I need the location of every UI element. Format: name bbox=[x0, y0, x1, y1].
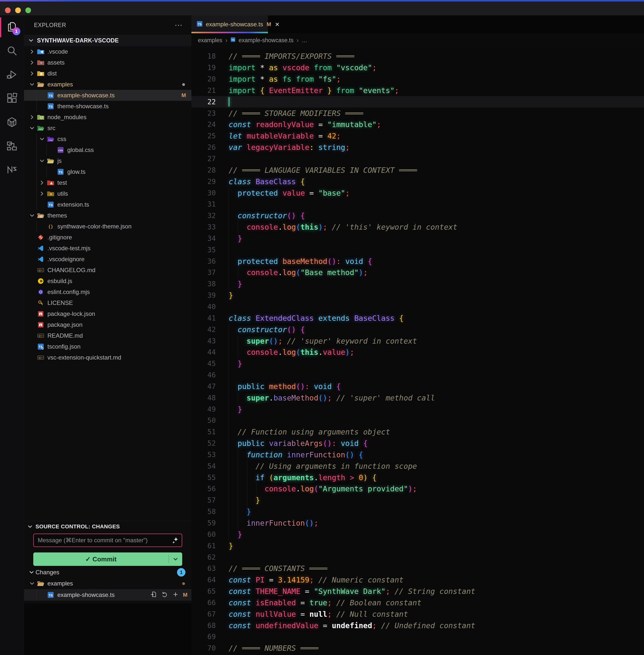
code-line-20[interactable]: 20import * as fs from "fs"; bbox=[191, 73, 644, 85]
line-number[interactable]: 45 bbox=[191, 360, 224, 368]
commit-button[interactable]: ✓ Commit bbox=[33, 552, 182, 566]
code-line-55[interactable]: 55 if (arguments.length > 0) { bbox=[191, 472, 644, 483]
project-root-row[interactable]: SYNTHWAVE-DARK-VSCODE bbox=[24, 35, 191, 46]
line-number[interactable]: 62 bbox=[191, 553, 224, 561]
code-line-37[interactable]: 37 console.log("Base method"); bbox=[191, 267, 644, 278]
tab-example-showcase[interactable]: TS example-showcase.ts M × bbox=[191, 16, 268, 33]
line-number[interactable]: 19 bbox=[191, 64, 224, 72]
tree-item-vsc-extension-quickstart-md[interactable]: Mvsc-extension-quickstart.md bbox=[24, 352, 191, 363]
code-line-19[interactable]: 19import * as vscode from "vscode"; bbox=[191, 62, 644, 73]
code-line-31[interactable]: 31 bbox=[191, 199, 644, 210]
tree-item-examples[interactable]: examples bbox=[24, 79, 191, 90]
open-file-button[interactable] bbox=[150, 591, 157, 599]
tree-item-test[interactable]: test bbox=[24, 177, 191, 188]
tree-item-readme-md[interactable]: MREADME.md bbox=[24, 330, 191, 341]
tree-item-dist[interactable]: dist bbox=[24, 68, 191, 79]
line-number[interactable]: 25 bbox=[191, 132, 224, 140]
tree-item-package-lock-json[interactable]: package-lock.json bbox=[24, 308, 191, 319]
tree-item-themes[interactable]: themes bbox=[24, 210, 191, 221]
line-number[interactable]: 52 bbox=[191, 439, 224, 447]
code-line-61[interactable]: 61} bbox=[191, 540, 644, 551]
line-number[interactable]: 51 bbox=[191, 428, 224, 436]
line-number[interactable]: 63 bbox=[191, 564, 224, 572]
line-number[interactable]: 32 bbox=[191, 211, 224, 220]
line-number[interactable]: 18 bbox=[191, 52, 224, 60]
commit-dropdown-button[interactable] bbox=[169, 556, 182, 562]
code-line-35[interactable]: 35 bbox=[191, 244, 644, 255]
tree-item--gitignore[interactable]: .gitignore bbox=[24, 232, 191, 243]
line-number[interactable]: 55 bbox=[191, 474, 224, 482]
tree-item-assets[interactable]: assets bbox=[24, 57, 191, 68]
activity-item-containers[interactable] bbox=[0, 111, 24, 135]
changes-group-row[interactable]: Changes 1 bbox=[24, 567, 191, 578]
line-number[interactable]: 20 bbox=[191, 75, 224, 83]
code-line-50[interactable]: 50 bbox=[191, 415, 644, 426]
code-line-18[interactable]: 18// ════ IMPORTS/EXPORTS ════ bbox=[191, 51, 644, 62]
code-line-41[interactable]: 41class ExtendedClass extends BaseClass … bbox=[191, 312, 644, 324]
code-line-43[interactable]: 43 super(); // 'super' keyword in contex… bbox=[191, 335, 644, 347]
line-number[interactable]: 39 bbox=[191, 291, 224, 299]
tree-item-theme-showcase-ts[interactable]: TStheme-showcase.ts bbox=[24, 101, 191, 112]
code-line-60[interactable]: 60 } bbox=[191, 528, 644, 540]
line-number[interactable]: 64 bbox=[191, 576, 224, 584]
code-line-33[interactable]: 33 console.log(this); // 'this' keyword … bbox=[191, 222, 644, 233]
line-number[interactable]: 50 bbox=[191, 416, 224, 425]
code-line-58[interactable]: 58 } bbox=[191, 506, 644, 517]
breadcrumb-symbol-ellipsis[interactable]: … bbox=[302, 37, 307, 44]
code-line-66[interactable]: 66const isEnabled = true; // Boolean con… bbox=[191, 597, 644, 609]
code-line-47[interactable]: 47 public method(): void { bbox=[191, 381, 644, 392]
line-number[interactable]: 59 bbox=[191, 519, 224, 527]
line-number[interactable]: 69 bbox=[191, 633, 224, 641]
line-number[interactable]: 21 bbox=[191, 86, 224, 95]
tree-item-css[interactable]: CSScss bbox=[24, 134, 191, 144]
line-number[interactable]: 61 bbox=[191, 542, 224, 550]
tree-item--vscode[interactable]: .vscode bbox=[24, 46, 191, 57]
activity-item-extensions[interactable] bbox=[0, 87, 24, 111]
code-line-29[interactable]: 29class BaseClass { bbox=[191, 176, 644, 187]
line-number[interactable]: 68 bbox=[191, 622, 224, 630]
code-line-68[interactable]: 68const undefinedValue = undefined; // U… bbox=[191, 620, 644, 631]
code-line-51[interactable]: 51 // Function using arguments object bbox=[191, 426, 644, 438]
tree-item-js[interactable]: JSjs bbox=[24, 155, 191, 166]
line-number[interactable]: 48 bbox=[191, 394, 224, 402]
line-number[interactable]: 23 bbox=[191, 109, 224, 117]
line-number[interactable]: 22 bbox=[191, 98, 224, 106]
line-number[interactable]: 58 bbox=[191, 507, 224, 516]
code-line-63[interactable]: 63// ════ CONSTANTS ════ bbox=[191, 563, 644, 574]
tree-item-license[interactable]: LICENSE bbox=[24, 297, 191, 308]
tree-item-extension-ts[interactable]: TSextension.ts bbox=[24, 199, 191, 210]
line-number[interactable]: 43 bbox=[191, 337, 224, 345]
scm-item-examples[interactable]: examples bbox=[24, 578, 191, 589]
line-number[interactable]: 47 bbox=[191, 382, 224, 390]
tree-item-changelog-md[interactable]: MCHANGELOG.md bbox=[24, 265, 191, 276]
tree-item--vscode-test-mjs[interactable]: .vscode-test.mjs bbox=[24, 243, 191, 254]
line-number[interactable]: 29 bbox=[191, 178, 224, 186]
code-line-44[interactable]: 44 console.log(this.value); bbox=[191, 347, 644, 358]
close-tab-button[interactable]: × bbox=[275, 21, 279, 28]
line-number[interactable]: 49 bbox=[191, 405, 224, 413]
code-line-36[interactable]: 36 protected baseMethod(): void { bbox=[191, 255, 644, 267]
code-line-22[interactable]: 22 bbox=[191, 96, 644, 108]
line-number[interactable]: 57 bbox=[191, 496, 224, 504]
stage-button[interactable] bbox=[172, 591, 179, 599]
tree-item-esbuild-js[interactable]: esbuild.js bbox=[24, 276, 191, 287]
code-line-39[interactable]: 39} bbox=[191, 290, 644, 301]
code-line-49[interactable]: 49 } bbox=[191, 404, 644, 415]
code-line-24[interactable]: 24const readonlyValue = "immutable"; bbox=[191, 119, 644, 130]
tree-item-node-modules[interactable]: jsnode_modules bbox=[24, 112, 191, 123]
line-number[interactable]: 53 bbox=[191, 451, 224, 459]
line-number[interactable]: 54 bbox=[191, 462, 224, 470]
line-number[interactable]: 33 bbox=[191, 223, 224, 231]
code-line-23[interactable]: 23// ════ STORAGE MODIFIERS ════ bbox=[191, 108, 644, 119]
tree-item-package-json[interactable]: package.json bbox=[24, 319, 191, 330]
tree-item-utils[interactable]: utils bbox=[24, 188, 191, 199]
line-number[interactable]: 46 bbox=[191, 371, 224, 379]
code-line-32[interactable]: 32 constructor() { bbox=[191, 210, 644, 222]
line-number[interactable]: 56 bbox=[191, 485, 224, 493]
breadcrumb-file[interactable]: example-showcase.ts bbox=[238, 37, 294, 44]
tree-item-synthwave-color-theme-json[interactable]: {}synthwave-color-theme.json bbox=[24, 221, 191, 232]
commit-message-input[interactable] bbox=[33, 534, 182, 547]
close-window-button[interactable] bbox=[5, 7, 11, 13]
code-line-45[interactable]: 45 } bbox=[191, 358, 644, 369]
code-line-25[interactable]: 25let mutableVariable = 42; bbox=[191, 130, 644, 142]
